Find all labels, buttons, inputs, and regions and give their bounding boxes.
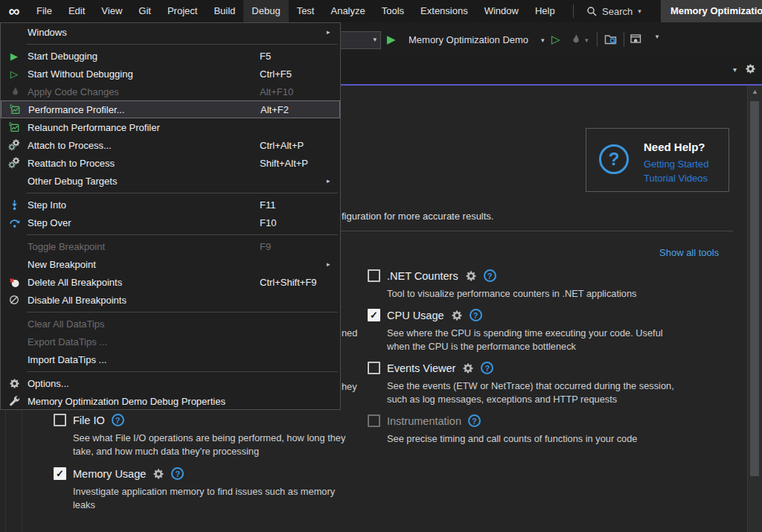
- document-options-gear-icon[interactable]: [745, 63, 756, 74]
- tool-settings-gear-icon[interactable]: [462, 362, 474, 374]
- file-io-checkbox[interactable]: [54, 414, 66, 426]
- help-circle-icon[interactable]: ?: [171, 467, 184, 480]
- tool-entry-file-io: File IO ? See what File I/O operations a…: [54, 414, 345, 458]
- menu-item-start-debugging[interactable]: ▶ Start Debugging F5: [1, 47, 340, 65]
- tool-description: See where the CPU is spending time execu…: [387, 327, 663, 353]
- help-circle-icon[interactable]: ?: [484, 269, 496, 282]
- tab-list-chevron-icon[interactable]: ▾: [733, 65, 737, 74]
- menu-debug[interactable]: Debug: [243, 0, 288, 22]
- wrench-icon: [1, 396, 28, 407]
- check-icon: ✓: [370, 310, 378, 321]
- menu-item-attach-to-process[interactable]: Attach to Process... Ctrl+Alt+P: [1, 136, 340, 154]
- tool-description: Investigate application memory to find i…: [73, 485, 335, 512]
- menu-separator: [1, 41, 340, 47]
- start-debugging-button[interactable]: ▶: [387, 27, 396, 52]
- scroll-up-arrow-icon[interactable]: ▲: [748, 88, 762, 95]
- tool-description: See what File I/O operations are being p…: [73, 432, 345, 458]
- tool-entry-instrumentation: Instrumentation ? See precise timing and…: [368, 414, 637, 446]
- menu-analyze[interactable]: Analyze: [322, 0, 373, 22]
- find-in-files-icon[interactable]: [604, 33, 617, 45]
- tool-label: File IO: [73, 414, 105, 426]
- tool-label: Memory Usage: [73, 468, 146, 480]
- live-share-window-icon[interactable]: [630, 33, 642, 45]
- menu-item-disable-all-breakpoints[interactable]: Disable All Breakpoints: [1, 291, 340, 309]
- menu-project[interactable]: Project: [159, 0, 205, 22]
- vs-window: ▾ ▶ Memory Optimization Demo ▾ ▷ ▾ ▾ ▾: [0, 0, 762, 532]
- start-without-debugging-icon: ▷: [1, 68, 28, 80]
- menu-build[interactable]: Build: [205, 0, 243, 22]
- titlebar-separator: [573, 4, 574, 18]
- tool-entry-cpu-usage: ✓ CPU Usage ? See where the CPU is spend…: [368, 309, 663, 353]
- search-control[interactable]: Search ▾: [586, 0, 641, 22]
- menu-item-options[interactable]: Options...: [1, 374, 340, 392]
- help-circle-icon[interactable]: ?: [112, 414, 124, 426]
- help-circle-icon[interactable]: ?: [468, 414, 481, 427]
- submenu-arrow-icon: ▸: [327, 28, 340, 36]
- menu-view[interactable]: View: [93, 0, 130, 22]
- menu-item-clear-all-datatips: Clear All DataTips: [1, 315, 340, 333]
- start-without-debugging-button[interactable]: ▷: [551, 27, 560, 52]
- tool-description: See the events (ETW or NetTrace) that oc…: [387, 379, 674, 406]
- menu-item-step-over[interactable]: Step Over F10: [1, 214, 340, 231]
- submenu-arrow-icon: ▸: [327, 177, 340, 185]
- chevron-down-icon[interactable]: ▾: [541, 36, 545, 44]
- menu-item-relaunch-performance-profiler[interactable]: Relaunch Performance Profiler: [1, 118, 340, 136]
- menu-item-start-without-debugging[interactable]: ▷ Start Without Debugging Ctrl+F5: [1, 65, 340, 83]
- chevron-down-icon: ▾: [373, 36, 377, 43]
- menu-separator: [1, 309, 340, 315]
- scrollbar-thumb[interactable]: [750, 101, 759, 476]
- menu-separator: [1, 190, 340, 196]
- events-viewer-checkbox[interactable]: [368, 362, 380, 374]
- menu-tools[interactable]: Tools: [374, 0, 412, 22]
- menu-extensions[interactable]: Extensions: [412, 0, 476, 22]
- net-counters-checkbox[interactable]: [368, 269, 380, 282]
- tutorial-videos-link[interactable]: Tutorial Videos: [644, 173, 708, 184]
- menu-item-other-debug-targets[interactable]: Other Debug Targets ▸: [1, 172, 340, 190]
- menu-item-performance-profiler[interactable]: Performance Profiler... Alt+F2: [1, 100, 340, 118]
- step-over-icon: [1, 217, 28, 228]
- menu-item-debug-properties[interactable]: Memory Optimization Demo Debug Propertie…: [1, 392, 340, 410]
- menu-git[interactable]: Git: [130, 0, 159, 22]
- menu-item-windows[interactable]: Windows ▸: [1, 23, 340, 41]
- title-menu-bar: ∞ File Edit View Git Project Build Debug…: [0, 0, 762, 22]
- start-debugging-icon: ▶: [1, 51, 28, 62]
- performance-profiler-icon: [1, 104, 28, 115]
- menu-item-reattach-to-process[interactable]: Reattach to Process Shift+Alt+P: [1, 154, 340, 172]
- hot-reload-icon[interactable]: [569, 33, 581, 45]
- menu-item-import-datatips[interactable]: Import DataTips ...: [1, 350, 340, 368]
- search-label: Search: [602, 6, 633, 17]
- menu-item-delete-all-breakpoints[interactable]: Delete All Breakpoints Ctrl+Shift+F9: [1, 273, 340, 291]
- menu-file[interactable]: File: [28, 0, 60, 22]
- vertical-scrollbar[interactable]: ▲: [747, 86, 762, 532]
- memory-usage-checkbox[interactable]: ✓: [54, 467, 66, 480]
- menu-item-new-breakpoint[interactable]: New Breakpoint ▸: [1, 255, 340, 273]
- tool-entry-net-counters: .NET Counters ? Tool to visualize perfor…: [368, 269, 637, 301]
- menu-item-apply-code-changes: Apply Code Changes Alt+F10: [1, 83, 340, 100]
- tool-settings-gear-icon[interactable]: [153, 468, 164, 480]
- getting-started-link[interactable]: Getting Started: [644, 158, 708, 170]
- cpu-usage-checkbox[interactable]: ✓: [368, 309, 380, 321]
- run-target-label[interactable]: Memory Optimization Demo: [409, 22, 528, 57]
- clipped-text-fragment: ned: [342, 327, 357, 339]
- menu-item-step-into[interactable]: Step Into F11: [1, 196, 340, 214]
- show-all-tools-link[interactable]: Show all tools: [659, 247, 719, 258]
- menu-help[interactable]: Help: [527, 0, 563, 22]
- toolbar-overflow-button[interactable]: ▾: [652, 33, 662, 40]
- menu-test[interactable]: Test: [289, 0, 323, 22]
- hot-reload-icon: [1, 86, 28, 97]
- step-into-icon: [1, 199, 28, 211]
- tool-settings-gear-icon[interactable]: [465, 270, 477, 282]
- menu-edit[interactable]: Edit: [60, 0, 93, 22]
- disable-breakpoints-icon: [1, 294, 28, 306]
- tool-description: See precise timing and call counts of fu…: [387, 432, 637, 446]
- visual-studio-logo-icon: ∞: [0, 0, 28, 22]
- help-circle-icon[interactable]: ?: [470, 309, 482, 321]
- help-circle-icon: ?: [599, 144, 629, 174]
- instrumentation-checkbox[interactable]: [368, 414, 380, 427]
- menu-item-export-datatips: Export DataTips ...: [1, 333, 340, 350]
- attach-process-gears-icon: [1, 139, 28, 151]
- tool-settings-gear-icon[interactable]: [451, 310, 463, 321]
- chevron-down-icon[interactable]: ▾: [585, 36, 589, 44]
- help-circle-icon[interactable]: ?: [481, 362, 493, 374]
- menu-window[interactable]: Window: [476, 0, 527, 22]
